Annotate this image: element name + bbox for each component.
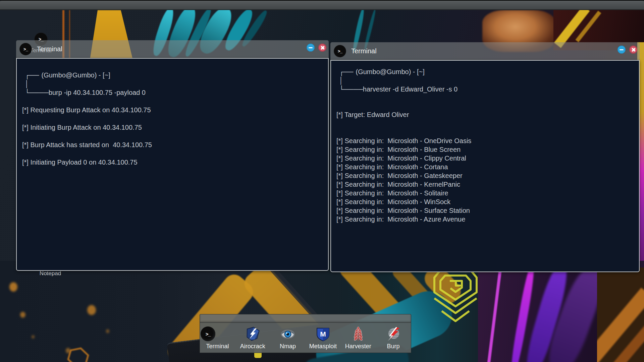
terminal-window-right: >_ Terminal ┌──(Gumbo@Gumbo) - [~] │ └──… — [330, 42, 640, 272]
metasploit-shield-icon: M — [316, 326, 330, 341]
svg-text:M: M — [320, 330, 326, 338]
search-line: [*] Searching in: Microsloth - OneDrive … — [336, 136, 634, 145]
desktop-icon-notepad[interactable]: Notepad — [38, 270, 63, 277]
prompt-line: ┌──(Gumbo@Gumbo) - [~] — [25, 71, 323, 79]
search-line: [*] Searching in: Microsloth - Blue Scre… — [336, 145, 634, 154]
search-line: [*] Searching in: Microsloth - Clippy Ce… — [336, 154, 634, 163]
terminal-content[interactable]: ┌──(Gumbo@Gumbo) - [~] │ └────harvester … — [330, 60, 640, 272]
top-system-bar — [0, 0, 644, 10]
terminal-output-line: [*] Initiating Burp Attack on 40.34.100.… — [22, 123, 323, 132]
terminal-output-line: [*] Burp Attack has started on 40.34.100… — [22, 140, 323, 149]
desktop-icon-label: Notepad — [38, 270, 63, 277]
terminal-icon: >_ — [201, 326, 215, 341]
search-line: [*] Searching in: Microsloth - Cortana — [336, 163, 634, 171]
dock-item-nmap[interactable]: Nmap — [271, 326, 305, 350]
prompt-line: │ — [25, 79, 323, 88]
terminal-output-line: [*] Initiating Payload 0 on 40.34.100.75 — [22, 158, 323, 167]
dock: >_ Terminal Airocrack — [200, 323, 411, 353]
prompt-line: │ — [339, 76, 634, 85]
command-line: └────burp -ip 40.34.100.75 -payload 0 — [25, 88, 323, 97]
terminal-output: [*] Requesting Burp Attack on 40.34.100.… — [22, 106, 323, 167]
airocrack-shield-bolt-icon — [245, 326, 260, 341]
search-results: [*] Searching in: Microsloth - OneDrive … — [336, 136, 634, 224]
close-button[interactable] — [318, 44, 326, 52]
dock-item-burp[interactable]: Burp — [377, 326, 410, 350]
search-line: [*] Searching in: Microsloth - Solitaire — [336, 189, 634, 197]
harvester-wheat-icon — [351, 326, 366, 341]
burp-lightning-icon — [386, 326, 401, 341]
target-line: [*] Target: Edward Oliver — [336, 110, 634, 119]
taskbar-handle — [200, 314, 411, 323]
window-title: Terminal — [37, 45, 62, 53]
prompt-line: ┌──(Gumbo@Gumbo) - [~] — [339, 67, 634, 76]
terminal-icon: >_ — [20, 43, 32, 55]
dock-item-harvester[interactable]: Harvester — [341, 326, 375, 350]
minimize-button[interactable] — [307, 44, 315, 52]
search-line: [*] Searching in: Microsloth - WinSock — [336, 197, 634, 206]
taskbar: >_ Terminal Airocrack — [200, 314, 411, 353]
window-title: Terminal — [351, 47, 377, 55]
close-button[interactable] — [629, 46, 637, 54]
search-line: [*] Searching in: Microsloth - Azure Ave… — [336, 215, 634, 224]
nmap-eye-icon — [280, 326, 295, 341]
terminal-content[interactable]: ┌──(Gumbo@Gumbo) - [~] │ └────burp -ip 4… — [16, 58, 329, 271]
search-line: [*] Searching in: Microsloth - Surface S… — [336, 206, 634, 215]
titlebar[interactable]: >_ Terminal — [330, 42, 640, 60]
terminal-icon: >_ — [334, 45, 346, 57]
titlebar[interactable]: >_ Terminal — [16, 40, 329, 58]
search-line: [*] Searching in: Microsloth - KernelPan… — [336, 180, 634, 189]
dock-item-airocrack[interactable]: Airocrack — [236, 326, 269, 350]
dock-item-terminal[interactable]: >_ Terminal — [201, 326, 234, 350]
terminal-window-left: >_ Terminal ┌──(Gumbo@Gumbo) - [~] │ └──… — [16, 40, 329, 271]
dock-item-metasploit[interactable]: M Metasploit — [306, 326, 340, 350]
command-line: └────harvester -d Edward_Oliver -s 0 — [339, 85, 634, 94]
terminal-output-line: [*] Requesting Burp Attack on 40.34.100.… — [22, 106, 323, 114]
desktop: >_ Terminal Notepad >_ Terminal ┌──(Gumb… — [0, 0, 644, 362]
minimize-button[interactable] — [618, 46, 626, 54]
search-line: [*] Searching in: Microsloth - Gateskeep… — [336, 171, 634, 180]
